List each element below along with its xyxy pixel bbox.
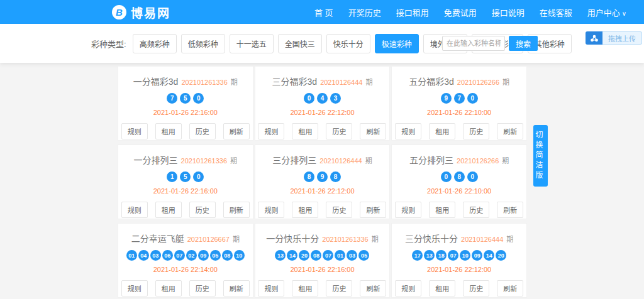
history-button[interactable]: 历史	[326, 123, 352, 139]
refresh-button[interactable]: 刷新	[497, 280, 523, 296]
rules-button[interactable]: 规则	[395, 202, 421, 218]
number-ball: 08	[311, 250, 321, 261]
draw-numbers: 150	[118, 171, 253, 182]
history-button[interactable]: 历史	[189, 280, 216, 296]
rules-button[interactable]: 规则	[395, 123, 421, 139]
number-ball: 03	[150, 250, 161, 261]
card-action-buttons: 规则租用历史刷新	[118, 123, 253, 139]
filter-tab-1[interactable]: 高频彩种	[133, 34, 177, 53]
nav-item-6[interactable]: 在线客服	[540, 6, 572, 18]
issue-number: 20210126444	[461, 236, 503, 243]
nav-item-1[interactable]: 首 页	[314, 6, 333, 18]
rules-button[interactable]: 规则	[121, 123, 148, 139]
history-button[interactable]: 历史	[326, 202, 352, 218]
refresh-button[interactable]: 刷新	[223, 280, 250, 296]
number-ball: 14	[484, 250, 494, 261]
draw-time: 2021-01-26 22:12:00	[255, 187, 390, 195]
filter-tab-3[interactable]: 十一选五	[230, 34, 274, 53]
lottery-card: 一分福彩3d202101261336期7502021-01-26 22:16:0…	[118, 66, 253, 141]
draw-numbers: 750	[118, 93, 253, 104]
number-ball: 8	[454, 171, 465, 182]
filter-tab-5[interactable]: 快乐十分	[326, 34, 370, 53]
refresh-button[interactable]: 刷新	[360, 280, 386, 296]
lottery-name: 一分排列三	[134, 153, 178, 166]
draw-numbers: 1713180710091420	[392, 250, 526, 261]
rent-button[interactable]: 租用	[155, 123, 182, 139]
number-ball: 20	[299, 250, 309, 261]
refresh-button[interactable]: 刷新	[223, 123, 250, 139]
issue-number: 202101261336	[322, 236, 368, 243]
refresh-button[interactable]: 刷新	[497, 202, 523, 218]
number-ball: 09	[472, 250, 482, 261]
refresh-button[interactable]: 刷新	[497, 123, 523, 139]
history-button[interactable]: 历史	[189, 123, 216, 139]
number-ball: 5	[180, 171, 191, 182]
number-ball: 9	[441, 93, 452, 104]
refresh-button[interactable]: 刷新	[223, 202, 250, 218]
issue-suffix: 期	[231, 77, 238, 87]
nav-item-7[interactable]: 用户中心∨	[587, 6, 626, 18]
nav-item-5[interactable]: 接口说明	[492, 6, 525, 18]
number-ball: 08	[222, 250, 233, 261]
nav-item-2[interactable]: 开奖历史	[348, 6, 381, 18]
issue-suffix: 期	[502, 77, 509, 87]
rules-button[interactable]: 规则	[121, 202, 148, 218]
history-button[interactable]: 历史	[463, 202, 489, 218]
rules-button[interactable]: 规则	[258, 202, 284, 218]
card-action-buttons: 规则租用历史刷新	[255, 202, 390, 218]
main-nav: 首 页开奖历史接口租用免费试用接口说明在线客服用户中心∨	[314, 6, 626, 18]
rent-button[interactable]: 租用	[292, 202, 318, 218]
switch-simple-version-tab[interactable]: 切换简洁版	[533, 125, 548, 187]
lottery-card: 五分排列三20210126266期0802021-01-26 22:10:00规…	[391, 144, 527, 219]
number-ball: 07	[323, 250, 333, 261]
number-ball: 20	[496, 250, 506, 261]
filter-label: 彩种类型:	[91, 38, 126, 50]
site-logo[interactable]: B 博易网	[112, 4, 170, 21]
rules-button[interactable]: 规则	[258, 280, 284, 296]
history-button[interactable]: 历史	[463, 123, 489, 139]
rent-button[interactable]: 租用	[429, 202, 455, 218]
history-button[interactable]: 历史	[463, 280, 489, 296]
top-header: B 博易网 首 页开奖历史接口租用免费试用接口说明在线客服用户中心∨	[0, 0, 644, 24]
rules-button[interactable]: 规则	[258, 123, 284, 139]
card-header: 五分排列三20210126266期	[392, 153, 526, 166]
number-ball: 7	[167, 93, 177, 104]
rules-button[interactable]: 规则	[395, 280, 421, 296]
number-ball: 05	[210, 250, 221, 261]
drag-upload-badge[interactable]: 拖拽上传	[586, 31, 642, 45]
number-ball: 06	[162, 250, 173, 261]
issue-suffix: 期	[502, 155, 509, 165]
draw-numbers: 01040306070209050810	[118, 250, 253, 261]
rent-button[interactable]: 租用	[155, 202, 182, 218]
number-ball: 14	[287, 250, 297, 261]
refresh-button[interactable]: 刷新	[360, 123, 386, 139]
filter-tab-4[interactable]: 全国快三	[278, 34, 322, 53]
number-ball: 0	[193, 171, 204, 182]
rent-button[interactable]: 租用	[155, 280, 182, 296]
number-ball: 02	[186, 250, 197, 261]
lottery-card-grid: 一分福彩3d202101261336期7502021-01-26 22:16:0…	[118, 66, 527, 298]
number-ball: 01	[335, 250, 345, 261]
search-button[interactable]: 搜索	[509, 36, 538, 51]
history-button[interactable]: 历史	[189, 202, 216, 218]
issue-number: 202101261336	[181, 157, 227, 165]
rent-button[interactable]: 租用	[292, 280, 318, 296]
filter-tab-6-active[interactable]: 极速彩种	[375, 34, 419, 53]
rent-button[interactable]: 租用	[429, 123, 455, 139]
refresh-button[interactable]: 刷新	[360, 202, 386, 218]
rent-button[interactable]: 租用	[292, 123, 318, 139]
history-button[interactable]: 历史	[326, 280, 352, 296]
card-header: 一分排列三202101261336期	[118, 153, 253, 166]
draw-time: 2021-01-26 22:16:00	[118, 109, 253, 116]
lottery-card: 五分福彩3d20210126266期9702021-01-26 22:10:00…	[391, 66, 527, 141]
filter-tab-2[interactable]: 低频彩种	[181, 34, 225, 53]
rules-button[interactable]: 规则	[121, 280, 148, 296]
nav-item-3[interactable]: 接口租用	[396, 6, 429, 18]
number-ball: 07	[448, 250, 458, 261]
number-ball: 3	[330, 93, 341, 104]
nav-item-4[interactable]: 免费试用	[444, 6, 477, 18]
number-ball: 0	[441, 171, 452, 182]
search-group: 搜索	[442, 36, 538, 51]
rent-button[interactable]: 租用	[429, 280, 455, 296]
search-input[interactable]	[442, 36, 505, 51]
